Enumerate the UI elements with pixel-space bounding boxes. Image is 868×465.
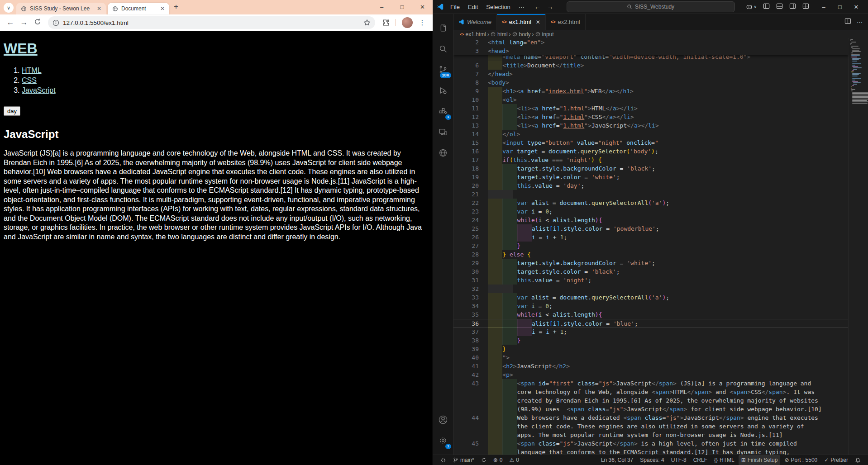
status-item-html[interactable]: {}HTML — [711, 455, 737, 465]
extensions-puzzle-icon[interactable] — [380, 19, 391, 27]
code-line[interactable]: 13<li><a href="1.html">JavaScript</a></l… — [453, 121, 848, 130]
code-line[interactable]: 3<head> — [453, 47, 848, 55]
code-line[interactable]: created by Brendan Eich in 1995.[6] As o… — [453, 396, 848, 405]
status-item-main-[interactable]: main* — [450, 455, 477, 465]
code-line[interactable]: 7</head> — [453, 70, 848, 78]
code-line[interactable]: 39} — [453, 345, 848, 353]
toggle-secondary-sidebar-icon[interactable] — [789, 3, 796, 11]
site-info-icon[interactable] — [52, 19, 59, 26]
toggle-panel-icon[interactable] — [776, 3, 783, 11]
code-line[interactable]: <meta name="viewport" content="width=dev… — [453, 55, 848, 61]
nav-forward-icon[interactable]: → — [547, 3, 553, 10]
browser-menu-icon[interactable]: ⋮ — [416, 19, 428, 27]
status-item-remote[interactable] — [438, 455, 449, 465]
code-line[interactable]: 36alist[i].style.color = 'blue'; — [453, 319, 848, 327]
browser-tab-document[interactable]: Document ✕ — [108, 3, 169, 14]
code-line[interactable]: 12<li><a href="1.html">CSS</a></li> — [453, 113, 848, 121]
new-tab-button[interactable]: + — [174, 2, 178, 11]
more-actions-icon[interactable]: ··· — [857, 19, 863, 25]
editor-tab-ex2-html[interactable]: <>ex2.html — [546, 14, 586, 30]
toggle-sidebar-icon[interactable] — [763, 3, 770, 11]
status-item-utf-8[interactable]: UTF-8 — [668, 455, 689, 465]
browser-tab-siss[interactable]: SISS Study - Sewon Lee ✕ — [16, 3, 106, 14]
close-button[interactable]: ✕ — [412, 0, 433, 14]
status-item-0[interactable]: ⊗0 — [491, 455, 506, 465]
nav-back-icon[interactable]: ← — [534, 3, 541, 10]
nav-link-css[interactable]: CSS — [22, 76, 37, 84]
editor-tab-ex1-html[interactable]: <>ex1.html✕ — [497, 14, 546, 30]
copilot-icon[interactable]: ∨ — [746, 4, 757, 10]
customize-layout-icon[interactable] — [802, 3, 809, 11]
code-line[interactable]: the client code. These engines are also … — [453, 422, 848, 431]
code-line[interactable]: 28} else { — [453, 250, 848, 259]
code-line[interactable]: 10<ol> — [453, 95, 848, 104]
code-line[interactable]: core technology of the Web, alongside <s… — [453, 388, 848, 396]
code-line[interactable]: 21 — [453, 190, 848, 199]
close-button[interactable]: ✕ — [848, 4, 864, 10]
sidebar-item-explorer[interactable] — [433, 18, 453, 38]
code-line[interactable]: 23var i = 0; — [453, 207, 848, 216]
sidebar-item-source-control[interactable]: 10K — [433, 59, 453, 80]
sidebar-item-run-debug[interactable] — [433, 80, 453, 101]
code-line[interactable]: 17if(this.value === 'night') { — [453, 156, 848, 164]
code-line[interactable]: 45<span class="js">JavaScript</span> is … — [453, 439, 848, 448]
code-line[interactable]: 14</ol> — [453, 130, 848, 138]
minimize-button[interactable]: – — [816, 4, 832, 10]
forward-button[interactable]: → — [18, 18, 30, 27]
status-item-0[interactable]: ⚠0 — [506, 455, 521, 465]
refresh-button[interactable] — [32, 18, 43, 28]
code-line[interactable]: 38} — [453, 336, 848, 345]
code-editor[interactable]: 2<html lang="en">3<head><meta name="view… — [453, 38, 868, 455]
nav-link-javascript[interactable]: JavaScript — [22, 86, 56, 94]
close-icon[interactable]: ✕ — [536, 19, 540, 25]
code-line[interactable]: 42<p> — [453, 370, 848, 379]
nav-link-html[interactable]: HTML — [22, 66, 42, 74]
code-line[interactable]: 9<h1><a href="index.html">WEB</a></h1> — [453, 87, 848, 95]
tab-search-button[interactable]: ∨ — [4, 3, 14, 13]
code-line[interactable]: 43<span id="first" class="js">JavaScript… — [453, 379, 848, 388]
code-line[interactable]: 31this.value = 'night'; — [453, 276, 848, 285]
code-line[interactable]: apps. The most popular runtime system fo… — [453, 431, 848, 439]
code-line[interactable]: language that conforms to the ECMAScript… — [453, 448, 848, 455]
code-line[interactable]: 33var alist = document.querySelectorAll(… — [453, 293, 848, 302]
code-line[interactable]: 44Web browsers have a dedicated <span cl… — [453, 413, 848, 422]
url-text[interactable]: 127.0.0.1:5500/ex1.html — [63, 19, 363, 26]
close-icon[interactable]: ✕ — [96, 5, 102, 12]
code-line[interactable]: 24while(i < alist.length){ — [453, 216, 848, 224]
code-line[interactable]: 25alist[i].style.color = 'powderblue'; — [453, 224, 848, 233]
minimize-button[interactable]: – — [372, 0, 392, 14]
code-line[interactable]: 8<body> — [453, 78, 848, 87]
settings-gear-icon[interactable]: 1 — [433, 430, 453, 451]
status-item-spaces-4[interactable]: Spaces: 4 — [637, 455, 667, 465]
code-line[interactable]: 35while(i < alist.length){ — [453, 310, 848, 319]
code-line[interactable]: 19target.style.color = 'white'; — [453, 173, 848, 181]
address-bar[interactable]: 127.0.0.1:5500/ex1.html — [48, 16, 375, 29]
breadcrumb-item-body[interactable]: body — [512, 31, 531, 38]
maximize-button[interactable]: □ — [832, 4, 848, 10]
code-line[interactable]: 26i = i + 1; — [453, 233, 848, 242]
close-icon[interactable]: ✕ — [159, 5, 166, 12]
menu-[interactable]: ··· — [515, 3, 528, 11]
code-line[interactable]: 27} — [453, 242, 848, 250]
command-center-search[interactable]: SISS_Webstudy — [567, 1, 735, 12]
menu-file[interactable]: File — [447, 3, 463, 11]
code-line[interactable]: 29target.style.backgroundColor = 'white'… — [453, 259, 848, 267]
sidebar-item-live-server[interactable] — [433, 142, 453, 163]
status-item-sync[interactable] — [478, 455, 489, 465]
code-line[interactable]: (98.9%) uses <span class="js">JavaScript… — [453, 405, 848, 413]
split-editor-icon[interactable] — [844, 18, 851, 26]
code-line[interactable]: 6<title>Document</title> — [453, 61, 848, 70]
code-line[interactable]: 16var target = document.querySelector('b… — [453, 147, 848, 156]
status-item-ln-36-col-37[interactable]: Ln 36, Col 37 — [598, 455, 636, 465]
sidebar-item-extensions[interactable]: 1 — [433, 101, 453, 122]
menu-edit[interactable]: Edit — [464, 3, 482, 11]
web-heading-link[interactable]: WEB — [4, 40, 38, 57]
breadcrumb-item-html[interactable]: html — [491, 31, 508, 38]
code-line[interactable]: 11<li><a href="1.html">HTML</a></li> — [453, 104, 848, 113]
status-item-prettier[interactable]: ✓Prettier — [821, 455, 851, 465]
code-line[interactable]: 34var i = 0; — [453, 302, 848, 310]
code-line[interactable]: 30target.style.color = 'black'; — [453, 267, 848, 276]
sidebar-item-remote-explorer[interactable] — [433, 122, 453, 142]
status-item-port-5500[interactable]: ⊘Port : 5500 — [782, 455, 820, 465]
code-line[interactable]: 2<html lang="en"> — [453, 38, 848, 47]
